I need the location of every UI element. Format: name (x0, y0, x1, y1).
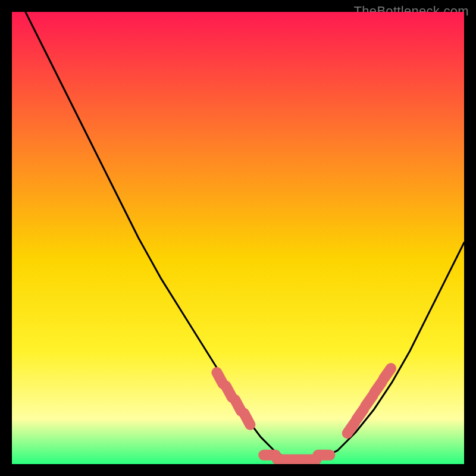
chart-svg (12, 12, 464, 464)
chart-stage: TheBottleneck.com (0, 0, 476, 476)
marker-dot (384, 368, 392, 379)
plot-area (12, 12, 464, 464)
marker-dot (244, 413, 250, 424)
